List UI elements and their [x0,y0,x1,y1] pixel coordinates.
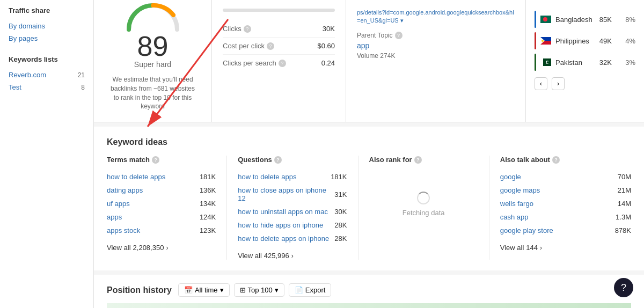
sidebar-item-by-pages[interactable]: By pages [9,32,85,45]
clicks-help-icon[interactable]: ? [244,25,251,33]
terms-match-row-0: how to delete apps 181K [107,170,216,184]
pakistan-pct: 3% [620,58,635,67]
url-panel: ps/details?id=com.google.android.googleq… [346,0,526,122]
pakistan-flag-icon [540,58,551,66]
next-page-button[interactable]: › [552,77,565,90]
questions-keyword-2[interactable]: how to uninstall apps on mac [238,208,328,216]
also-talk-keyword-3[interactable]: cash app [500,213,529,221]
also-talk-view-all-count: 144 [526,244,538,252]
help-fab-button[interactable]: ? [614,278,633,297]
questions-help-icon[interactable]: ? [274,156,282,164]
terms-match-keyword-3[interactable]: apps [107,213,122,221]
prev-page-button[interactable]: ‹ [535,77,547,90]
philippines-name: Philippines [555,37,595,45]
terms-match-keyword-2[interactable]: uf apps [107,200,130,208]
url-text[interactable]: ps/details?id=com.google.android.googleq… [357,9,515,25]
pakistan-name: Pakistan [555,58,595,67]
countries-panel: Bangladesh 85K 8% Philippines 49K 4% [526,0,644,122]
questions-vol-3: 28K [334,221,347,229]
questions-keyword-1[interactable]: how to close apps on iphone 12 [238,186,334,202]
also-talk-keyword-0[interactable]: google [500,173,521,181]
questions-keyword-3[interactable]: how to hide apps on iphone [238,221,323,229]
svg-point-1 [543,17,547,21]
questions-column: Questions ? how to delete apps 181K how … [238,156,358,260]
sidebar-item-test-count: 8 [81,84,85,91]
questions-keyword-0[interactable]: how to delete apps [238,173,296,181]
svg-rect-7 [540,58,543,66]
clicks-value: 30K [323,25,335,33]
country-row-philippines: Philippines 49K 4% [535,30,635,52]
terms-match-keyword-1[interactable]: dating apps [107,186,143,194]
sidebar-item-reverb-label: Reverb.com [9,71,46,79]
questions-keyword-4[interactable]: how to delete apps on iphone [238,234,329,243]
fetching-data-overlay: Fetching data [369,170,478,238]
also-talk-vol-0: 70M [618,173,631,181]
pakistan-volume: 32K [599,58,612,67]
terms-match-help-icon[interactable]: ? [152,156,159,164]
export-icon: 📄 [295,286,303,294]
svg-point-5 [541,40,544,42]
sidebar-item-reverb[interactable]: Reverb.com 21 [9,69,85,81]
clicks-metric-row: Clicks ? 30K [223,20,335,38]
parent-topic-value[interactable]: app [357,41,515,50]
questions-vol-4: 28K [334,234,347,243]
export-button[interactable]: 📄 Export [289,283,332,297]
cpc-metric-row: Cost per click ? $0.60 [223,38,335,55]
calendar-icon: 📅 [184,286,193,294]
also-talk-vol-3: 1.3M [616,213,631,221]
volume-label: Volume 274K [357,52,515,60]
also-talk-about-help-icon[interactable]: ? [552,156,560,164]
sidebar-item-by-domains[interactable]: By domains [9,20,85,32]
clicks-label: Clicks ? [223,25,251,33]
parent-topic-help-icon[interactable]: ? [395,32,402,39]
terms-match-view-all-count: 2,208,350 [133,244,164,252]
questions-row-2: how to uninstall apps on mac 30K [238,205,347,218]
also-talk-view-all[interactable]: View all 144 › [500,244,631,252]
sidebar-traffic-share-title: Traffic share [9,6,85,14]
terms-match-keyword-4[interactable]: apps stock [107,226,140,234]
difficulty-description: We estimate that you'll need backlinks f… [105,75,201,111]
all-time-button[interactable]: 📅 All time ▾ [178,283,230,297]
also-talk-row-2: wells fargo 14M [500,197,631,210]
sidebar-item-test[interactable]: Test 8 [9,81,85,93]
questions-vol-2: 30K [334,208,347,216]
terms-match-keyword-0[interactable]: how to delete apps [107,173,165,181]
also-talk-keyword-4[interactable]: google play store [500,226,553,234]
bangladesh-pct: 8% [620,16,635,24]
chart-svg [107,303,631,308]
terms-match-row-4: apps stock 123K [107,224,216,237]
also-rank-for-help-icon[interactable]: ? [414,156,422,164]
country-row-bangladesh: Bangladesh 85K 8% [535,9,635,30]
terms-match-row-2: uf apps 134K [107,197,216,210]
terms-match-vol-4: 123K [200,226,216,234]
terms-match-header: Terms match ? [107,156,216,164]
bangladesh-name: Bangladesh [555,16,595,24]
parent-topic-label: Parent Topic ? [357,32,515,39]
also-talk-keyword-1[interactable]: google maps [500,186,540,194]
terms-match-column: Terms match ? how to delete apps 181K da… [107,156,227,260]
also-talk-vol-4: 878K [615,226,631,234]
also-talk-keyword-2[interactable]: wells fargo [500,200,533,208]
position-history-title: Position history [107,285,172,295]
also-talk-vol-2: 14M [618,200,631,208]
country-row-pakistan: Pakistan 32K 3% [535,52,635,73]
terms-match-vol-0: 181K [200,173,216,181]
top100-button[interactable]: ⊞ Top 100 ▾ [234,283,284,297]
url-dropdown-icon[interactable]: ▾ [400,17,404,24]
questions-vol-1: 31K [334,190,347,199]
questions-row-1: how to close apps on iphone 12 31K [238,184,347,205]
questions-view-all[interactable]: View all 425,996 › [238,252,347,260]
terms-match-vol-3: 124K [200,213,216,221]
also-talk-vol-1: 21M [618,186,631,194]
terms-match-view-all[interactable]: View all 2,208,350 › [107,244,216,252]
questions-row-4: how to delete apps on iphone 28K [238,232,347,245]
cps-help-icon[interactable]: ? [279,60,286,67]
main-content: 89 Super hard We estimate that you'll ne… [94,0,644,308]
also-rank-for-column: Also rank for ? Fetching data [369,156,489,260]
cpc-help-icon[interactable]: ? [267,42,274,50]
also-talk-row-1: google maps 21M [500,184,631,197]
keyword-ideas-section: Keyword ideas Terms match ? how to delet… [94,127,644,270]
top100-arrow-icon: ▾ [275,286,279,294]
top100-label: Top 100 [248,286,273,294]
position-history-header: Position history 📅 All time ▾ ⊞ Top 100 … [107,283,631,297]
